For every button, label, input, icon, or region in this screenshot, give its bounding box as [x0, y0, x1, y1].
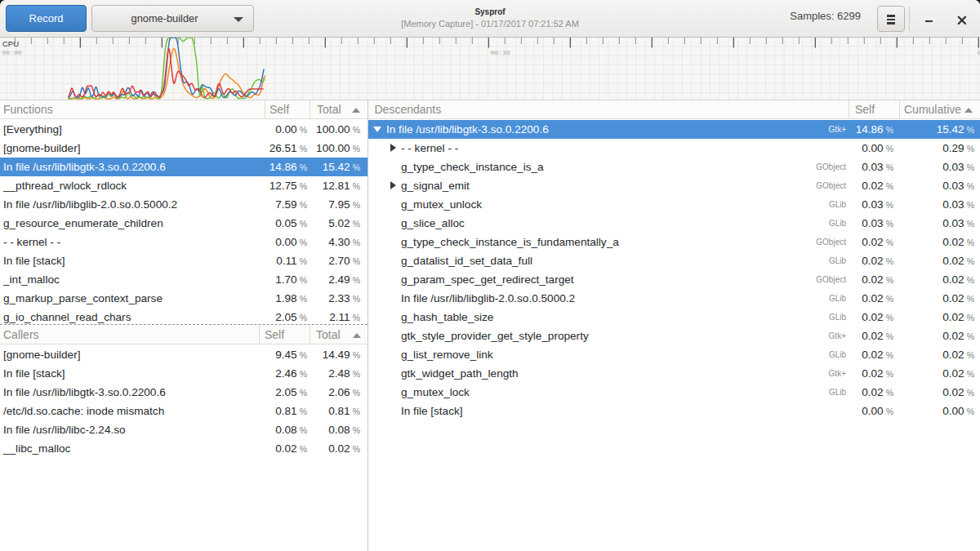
svg-text:00:30: 00:30: [491, 49, 510, 56]
svg-text:CPU: CPU: [2, 39, 19, 48]
svg-text:00:00: 00:00: [2, 49, 22, 56]
